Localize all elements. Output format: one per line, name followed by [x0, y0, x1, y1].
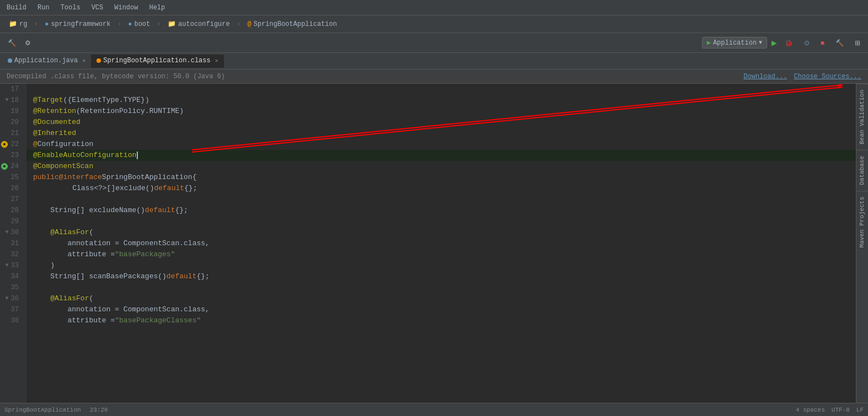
line-32: 32: [0, 249, 22, 260]
breadcrumb-sep-4: ›: [237, 20, 241, 28]
code-line-37: annotation = ComponentScan.class,: [26, 304, 868, 315]
code-line-29: [26, 216, 868, 227]
java-file-icon: [8, 58, 12, 63]
code-line-18: @Target({ElementType.TYPE}): [26, 95, 868, 106]
line-37: 37: [0, 304, 22, 315]
nav-boot[interactable]: ● boot: [124, 19, 154, 30]
nav-autoconfigure-label: autoconfigure: [178, 20, 230, 28]
class-file-icon: [97, 58, 101, 63]
code-line-38: attribute = "basePackageClasses": [26, 315, 868, 326]
code-line-26: Class<?>[] exclude() default {};: [26, 183, 868, 194]
code-line-22: @Configuration: [26, 139, 868, 150]
tabs-bar: Application.java ✕ SpringBootApplication…: [0, 53, 868, 69]
line-34: 34: [0, 271, 22, 282]
nav-springbootapp-label: SpringBootApplication: [254, 20, 337, 28]
menu-run[interactable]: Run: [35, 3, 52, 13]
annotation-icon: @: [248, 20, 251, 28]
stop-button[interactable]: ■: [817, 37, 828, 49]
line-17: 17: [0, 84, 22, 95]
line-38: 38: [0, 315, 22, 326]
tab-close-application[interactable]: ✕: [82, 57, 85, 64]
code-line-30: @AliasFor(: [26, 227, 868, 238]
nav-rg-label: rg: [19, 20, 27, 28]
line-25: 25: [0, 172, 22, 183]
code-line-19: @Retention(RetentionPolicy.RUNTIME): [26, 106, 868, 117]
line-26: 26: [0, 183, 22, 194]
folder-icon: 📁: [9, 20, 17, 28]
maven-projects-panel-tab[interactable]: Maven Projects: [856, 191, 868, 253]
line-22: ● 22: [0, 139, 22, 150]
layout-button[interactable]: ⊞: [851, 37, 864, 49]
editor-container: 17 ▼18 19 20 21 ● 22 23 ● 24 25 26 27 28…: [0, 84, 868, 403]
info-links: Download... Choose Sources...: [743, 73, 861, 80]
code-line-27: [26, 194, 868, 205]
nav-springframework[interactable]: ● springframework: [40, 19, 115, 30]
breadcrumb-sep-2: ›: [117, 20, 121, 28]
info-bar: Decompiled .class file, bytecode version…: [0, 69, 868, 84]
run-config-selector[interactable]: ▶ Application ▼: [702, 37, 767, 48]
code-line-36: @AliasFor(: [26, 293, 868, 304]
code-line-23: @EnableAutoConfiguration: [26, 150, 868, 161]
tab-application-java[interactable]: Application.java ✕: [2, 55, 91, 68]
code-line-34: String[] scanBasePackages() default {};: [26, 271, 868, 282]
decompile-info: Decompiled .class file, bytecode version…: [7, 73, 225, 80]
menu-tools[interactable]: Tools: [58, 3, 83, 13]
debug-button[interactable]: 🐞: [781, 37, 796, 49]
spaces-info: 4 spaces: [796, 407, 825, 413]
code-line-25: public @interface SpringBootApplication …: [26, 172, 868, 183]
line-sep-info: LF: [856, 407, 864, 413]
build-button[interactable]: 🔨: [4, 37, 19, 49]
menu-window[interactable]: Window: [112, 3, 140, 13]
nav-springbootapp[interactable]: @ SpringBootApplication: [243, 19, 341, 30]
folder-icon-2: ●: [45, 20, 49, 28]
line-31: 31: [0, 238, 22, 249]
line-30: ▼30: [0, 227, 22, 238]
line-18: ▼18: [0, 95, 22, 106]
chevron-down-icon: ▼: [759, 40, 762, 46]
build-project-button[interactable]: 🔨: [832, 37, 847, 49]
status-bar: SpringBootApplication 23:26 4 spaces UTF…: [0, 403, 868, 416]
status-right: 4 spaces UTF-8 LF: [796, 407, 864, 413]
code-line-32: attribute = "basePackages": [26, 249, 868, 260]
line-24: ● 24: [0, 161, 22, 172]
toolbar-left: 🔨 ⚙: [4, 37, 34, 49]
code-line-17: [26, 84, 868, 95]
menu-bar: Build Run Tools VCS Window Help: [0, 0, 868, 15]
tab-springbootapp-class[interactable]: SpringBootApplication.class ✕: [91, 55, 223, 68]
coverage-button[interactable]: ⊙: [801, 37, 813, 49]
toolbar: 🔨 ⚙ ▶ Application ▼ ▶ 🐞 ⊙ ■ 🔨 ⊞: [0, 33, 868, 53]
code-line-28: String[] excludeName() default {};: [26, 205, 868, 216]
line-29: 29: [0, 216, 22, 227]
menu-vcs[interactable]: VCS: [89, 3, 106, 13]
cursor: [137, 152, 138, 159]
line-33: ▼33: [0, 260, 22, 271]
right-panels: Bean Validation Database Maven Projects: [856, 84, 868, 403]
line-20: 20: [0, 117, 22, 128]
menu-help[interactable]: Help: [147, 3, 167, 13]
nav-rg[interactable]: 📁 rg: [4, 18, 31, 30]
status-left: SpringBootApplication 23:26: [4, 407, 108, 413]
tab-close-springbootapp[interactable]: ✕: [215, 57, 218, 64]
nav-autoconfigure[interactable]: 📁 autoconfigure: [163, 18, 234, 30]
line-27: 27: [0, 194, 22, 205]
choose-sources-link[interactable]: Choose Sources...: [794, 73, 861, 80]
code-area[interactable]: @Target({ElementType.TYPE}) @Retention(R…: [26, 84, 868, 403]
nav-boot-label: boot: [134, 20, 150, 28]
line-28: 28: [0, 205, 22, 216]
breadcrumb-sep: ›: [34, 20, 38, 28]
code-line-33: ): [26, 260, 868, 271]
menu-build[interactable]: Build: [4, 3, 29, 13]
folder-icon-3: ●: [128, 20, 132, 28]
download-link[interactable]: Download...: [743, 73, 787, 80]
line-21: 21: [0, 128, 22, 139]
tab-springbootapp-label: SpringBootApplication.class: [103, 57, 210, 64]
run-button[interactable]: ▶: [771, 37, 777, 48]
code-line-24: @ComponentScan: [26, 161, 868, 172]
line-35: 35: [0, 282, 22, 293]
settings-button[interactable]: ⚙: [22, 37, 34, 49]
bean-validation-panel-tab[interactable]: Bean Validation: [856, 84, 868, 150]
nav-springframework-label: springframework: [51, 20, 110, 28]
line-numbers: 17 ▼18 19 20 21 ● 22 23 ● 24 25 26 27 28…: [0, 84, 26, 403]
breadcrumb-bar: 📁 rg › ● springframework › ● boot › 📁 au…: [0, 15, 868, 33]
database-panel-tab[interactable]: Database: [856, 150, 868, 191]
